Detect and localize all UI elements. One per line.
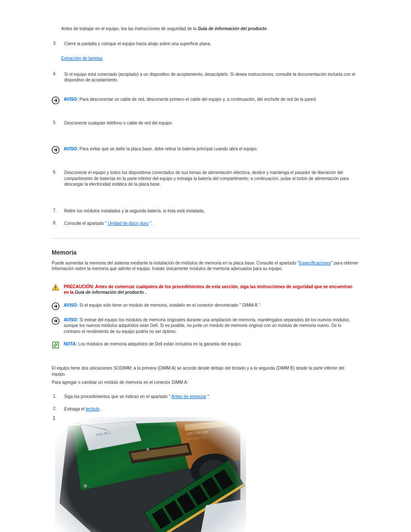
warning-icon [52,284,62,291]
step-4-text: Si el equipo está conectado (acoplado) a… [64,71,358,84]
aviso-3-label: AVISO: [64,146,78,151]
aviso-icon [52,302,62,310]
step-8-number: 8. [53,220,63,227]
precaution-suffix: . [145,290,146,295]
aviso-b-label: AVISO: [64,317,78,322]
aviso-a-suffix: ". [258,303,261,308]
aviso-b-no: no [187,323,192,328]
memory-intro-prefix: Puede aumentar la memoria del sistema me… [52,261,299,265]
memory-step-2: 2. Extraiga el teclado . [52,405,103,414]
step-3-text: Cierre la pantalla y coloque el equipo h… [64,40,212,47]
laptop-internal-photo: mini-PCI CPU COOLER P/N 0K3071-01 [55,417,246,532]
aviso-icon [52,146,62,154]
link-hdd[interactable]: Unidad de disco duro [108,221,149,226]
aviso-a-label: AVISO: [64,303,78,308]
step-6-number: 6. [53,169,63,188]
aviso-2-text: Para desconectar un cable de red, descon… [80,97,317,102]
step-6: 6. Desconecte el equipo y todos los disp… [52,168,359,189]
link-teclado[interactable]: teclado [86,407,100,411]
step-4: 4. Si el equipo está conectado (acoplado… [52,70,359,84]
precaution: PRECAUCIÓN: Antes de comenzar cualquiera… [52,283,359,296]
svg-rect-2 [55,286,56,288]
memory-step-1: 1. Siga los procedimientos que se indica… [52,392,212,401]
svg-rect-3 [55,289,56,289]
memory-photo: 1 [55,417,246,532]
step-7: 7. Retire los módulos instalados y la se… [52,207,206,215]
heading-memoria: Memoria [52,249,359,256]
aviso-2-label: AVISO: [64,97,78,102]
memory-step-2-prefix: Extraiga el [64,407,86,411]
note-warranty: NOTA: Los módulos de memoria adquiridos … [52,340,359,350]
link-antes-empezar[interactable]: Antes de empezar [171,394,206,399]
memory-step-2-suffix: . [101,407,102,411]
aviso-a-prefix: Si el equipo sólo tiene un módulo de mem… [80,303,241,308]
aviso-dimma: AVISO: Si el equipo sólo tiene un módulo… [52,302,359,311]
memory-step-2-number: 2. [53,406,63,413]
link-especificaciones[interactable]: Especificaciones [299,261,331,265]
step-5-text: Desconecte cualquier teléfono o cable de… [64,120,173,127]
memory-addchange: Para agregar o cambiar un módulo de memo… [52,380,359,386]
memory-intro: Puede aumentar la memoria del sistema me… [52,260,359,272]
link-extraccion-tarjetas[interactable]: Extracción de tarjetas [61,56,103,61]
step-8-prefix: Consulte el apartado " [64,221,107,226]
step-7-text: Retire los módulos instalados y la segun… [64,208,205,215]
note-text: Los módulos de memoria adquiridos de Del… [78,342,242,346]
aviso-originals: AVISO: Si extrae del equipo los módulos … [52,316,359,336]
step-7-number: 7. [53,208,63,215]
step-8: 8. Consulte el apartado " Unidad de disc… [52,219,154,228]
intro-doc: Guía de información del producto [198,26,267,31]
precaution-doc: Guía de información del producto [75,290,144,295]
memory-two-locations: El equipo tiene dos ubicaciones SODIMM; … [52,365,359,377]
aviso-3: AVISO: Para evitar que se dañe la placa … [52,145,359,155]
step-4-number: 4. [53,71,63,84]
note-icon [52,341,62,349]
intro-suffix: . [268,26,269,31]
step-5: 5. Desconecte cualquier teléfono o cable… [52,119,174,128]
aviso-a-slot: DIMM A [242,303,257,308]
note-label: NOTA: [64,342,77,346]
step-8-suffix: ". [150,221,153,226]
aviso-icon [52,96,62,104]
aviso-2: AVISO: Para desconectar un cable de red,… [52,96,359,105]
section-divider [52,238,359,239]
memory-step-1-number: 1. [53,393,63,400]
intro-prefix: Antes de trabajar en el equipo, lea las … [61,26,198,31]
image-marker-1: 1 [53,415,56,421]
step-3-number: 3. [53,40,63,47]
step-3: 3. Cierre la pantalla y coloque el equip… [52,40,212,48]
memory-step-1-suffix: ". [208,394,210,399]
memory-step-1-prefix: Siga los procedimientos que se indican e… [64,394,170,399]
aviso-icon [52,317,62,325]
step-6-text: Desconecte el equipo y todos los disposi… [64,169,358,188]
aviso-3-text: Para evitar que se dañe la placa base, d… [80,146,258,151]
step-5-number: 5. [53,120,63,127]
svg-rect-34 [55,417,246,532]
